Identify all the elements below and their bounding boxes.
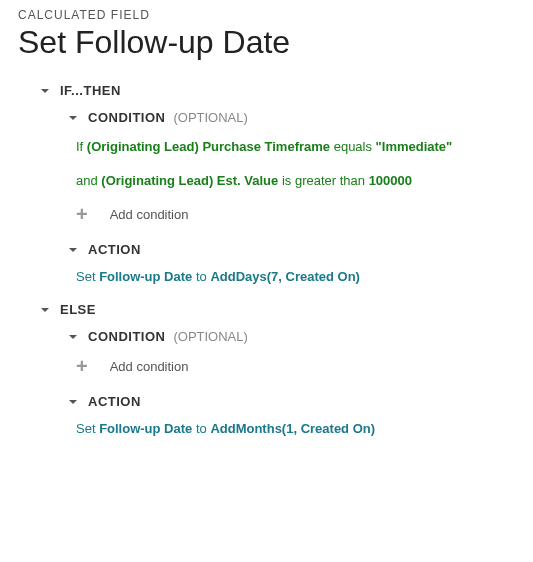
else-label: ELSE: [60, 302, 96, 317]
chevron-down-icon: [40, 305, 50, 315]
else-condition-label: CONDITION: [88, 329, 165, 344]
ifthen-condition-header[interactable]: CONDITION (OPTIONAL): [68, 110, 515, 125]
else-action-header[interactable]: ACTION: [68, 394, 515, 409]
else-action-row[interactable]: Set Follow-up Date to AddMonths(1, Creat…: [76, 421, 515, 436]
page-header-label: CALCULATED FIELD: [18, 8, 515, 22]
chevron-down-icon: [40, 86, 50, 96]
add-condition-button[interactable]: + Add condition: [76, 204, 515, 224]
else-header[interactable]: ELSE: [40, 302, 515, 317]
condition-optional: (OPTIONAL): [173, 110, 247, 125]
plus-icon: +: [76, 356, 88, 376]
else-action-label: ACTION: [88, 394, 141, 409]
ifthen-label: IF...THEN: [60, 83, 121, 98]
add-condition-label: Add condition: [110, 207, 189, 222]
chevron-down-icon: [68, 113, 78, 123]
else-condition-header[interactable]: CONDITION (OPTIONAL): [68, 329, 515, 344]
ifthen-action-row[interactable]: Set Follow-up Date to AddDays(7, Created…: [76, 269, 515, 284]
condition-label: CONDITION: [88, 110, 165, 125]
condition-row-1[interactable]: If (Originating Lead) Purchase Timeframe…: [76, 137, 515, 157]
chevron-down-icon: [68, 245, 78, 255]
chevron-down-icon: [68, 332, 78, 342]
condition-row-2[interactable]: and (Originating Lead) Est. Value is gre…: [76, 171, 515, 191]
else-condition-optional: (OPTIONAL): [173, 329, 247, 344]
chevron-down-icon: [68, 397, 78, 407]
action-label: ACTION: [88, 242, 141, 257]
else-add-condition-label: Add condition: [110, 359, 189, 374]
page-title: Set Follow-up Date: [18, 24, 515, 61]
plus-icon: +: [76, 204, 88, 224]
else-add-condition-button[interactable]: + Add condition: [76, 356, 515, 376]
ifthen-action-header[interactable]: ACTION: [68, 242, 515, 257]
ifthen-header[interactable]: IF...THEN: [40, 83, 515, 98]
